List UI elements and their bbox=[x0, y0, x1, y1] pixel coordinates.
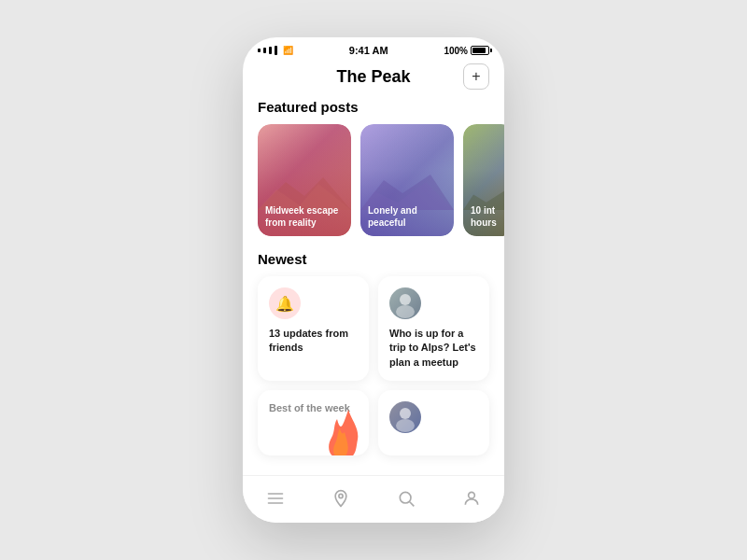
status-time: 9:41 AM bbox=[349, 45, 388, 56]
partial-avatar bbox=[389, 401, 421, 433]
svg-point-7 bbox=[400, 408, 411, 419]
newest-cards-grid: 🔔 13 updates from friends Who is up for … bbox=[243, 276, 504, 390]
svg-point-8 bbox=[396, 419, 415, 432]
signal-bar-1 bbox=[258, 49, 261, 52]
alps-avatar bbox=[389, 287, 421, 319]
menu-icon bbox=[266, 489, 285, 508]
alps-avatar-svg bbox=[389, 287, 421, 319]
svg-point-5 bbox=[400, 294, 411, 305]
card2-text: Lonely and peaceful bbox=[368, 204, 446, 229]
featured-card-2[interactable]: Lonely and peaceful bbox=[360, 124, 454, 236]
app-header: The Peak + bbox=[243, 60, 504, 99]
nav-search-button[interactable] bbox=[389, 485, 423, 511]
nav-profile-button[interactable] bbox=[455, 485, 488, 511]
signal-bar-2 bbox=[263, 48, 266, 53]
featured-card-3[interactable]: 10 int hours bbox=[463, 124, 504, 236]
newest-card-alps[interactable]: Who is up for a trip to Alps? Let's plan… bbox=[378, 276, 489, 381]
battery-icon bbox=[471, 46, 489, 55]
alps-card-title: Who is up for a trip to Alps? Let's plan… bbox=[389, 327, 478, 370]
card3-text: 10 int hours bbox=[471, 204, 504, 229]
best-week-card[interactable]: Best of the week bbox=[258, 390, 369, 455]
nav-location-button[interactable] bbox=[324, 485, 358, 511]
signal-bar-4 bbox=[275, 46, 277, 55]
featured-section-title: Featured posts bbox=[243, 99, 504, 124]
battery-area: 100% bbox=[444, 46, 489, 56]
phone-container: 📶 9:41 AM 100% The Peak + Featured posts bbox=[243, 37, 504, 523]
location-icon bbox=[331, 489, 350, 508]
nav-menu-button[interactable] bbox=[259, 485, 292, 511]
search-icon bbox=[397, 489, 416, 508]
bottom-nav bbox=[243, 475, 504, 523]
add-button[interactable]: + bbox=[463, 63, 489, 90]
svg-point-12 bbox=[339, 494, 343, 497]
app-title: The Peak bbox=[284, 67, 463, 87]
wifi-icon: 📶 bbox=[283, 46, 293, 55]
battery-fill bbox=[472, 48, 486, 53]
signal-bar-3 bbox=[269, 47, 272, 54]
card1-text: Midweek escape from reality bbox=[265, 204, 344, 229]
newest-card-updates[interactable]: 🔔 13 updates from friends bbox=[258, 276, 369, 381]
partial-card-2[interactable] bbox=[378, 390, 489, 455]
flame-icon bbox=[324, 408, 361, 455]
svg-line-14 bbox=[410, 502, 415, 507]
bell-icon: 🔔 bbox=[269, 287, 301, 319]
svg-point-13 bbox=[400, 492, 411, 503]
signal-area: 📶 bbox=[258, 46, 293, 55]
svg-point-6 bbox=[396, 305, 415, 318]
scroll-content: Featured posts Midweek escape from reali… bbox=[243, 99, 504, 475]
newest-section-title: Newest bbox=[243, 251, 504, 276]
featured-cards-row: Midweek escape from reality Lonely and p… bbox=[243, 124, 504, 251]
status-bar: 📶 9:41 AM 100% bbox=[243, 37, 504, 60]
partial-avatar-svg bbox=[389, 401, 421, 433]
profile-icon bbox=[462, 489, 481, 508]
updates-card-title: 13 updates from friends bbox=[269, 327, 358, 356]
battery-percent: 100% bbox=[444, 46, 468, 56]
svg-point-15 bbox=[469, 492, 475, 498]
best-week-row: Best of the week bbox=[243, 390, 504, 465]
featured-card-1[interactable]: Midweek escape from reality bbox=[258, 124, 351, 236]
